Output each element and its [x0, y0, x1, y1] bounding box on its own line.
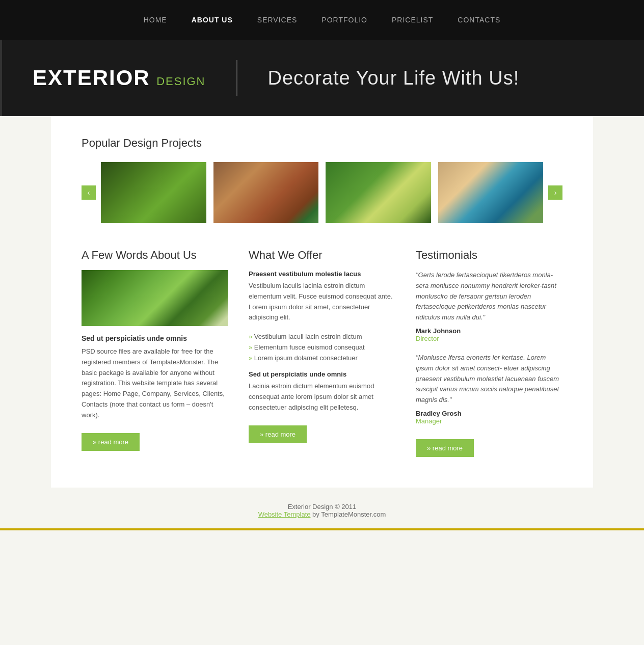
offer-list-item: Elementum fusce euismod consequat [249, 342, 395, 353]
offer-section2-text: Lacinia estroin dictum elementum euismod… [249, 381, 395, 413]
brand-logo: EXTERIOR DESIGN [33, 66, 206, 90]
nav-about[interactable]: ABOUT US [192, 16, 233, 24]
nav-contacts[interactable]: CONTACTS [458, 16, 500, 24]
footer: Exterior Design © 2011 Website Template … [0, 488, 644, 528]
project-image-2[interactable] [213, 162, 319, 223]
offer-intro-bold: Praesent vestibulum molestie lacus [249, 270, 395, 278]
project-image-3[interactable] [326, 162, 431, 223]
nav-home[interactable]: HOME [144, 16, 167, 24]
footer-template-link[interactable]: Website Template [258, 510, 311, 518]
testimonial-1-role: Director [416, 335, 562, 342]
offer-section2-title: Sed ut perspiciatis unde omnis [249, 370, 395, 378]
offer-list-item: Lorem ipsum dolamet consectetuer [249, 353, 395, 363]
about-subtitle: Sed ut perspiciatis unde omnis [82, 334, 228, 342]
carousel-next[interactable]: › [548, 185, 562, 200]
offer-list: Vestibulum iaculi lacin estroin dictum E… [249, 331, 395, 363]
testimonials-title: Testimonials [416, 249, 562, 262]
hero-tagline: Decorate Your Life With Us! [268, 67, 520, 89]
offer-intro-text: Vestibulum iaculis lacinia estroin dictu… [249, 281, 395, 323]
about-image [82, 270, 228, 326]
testimonial-2: "Monlusce lfersa eronerts ler kertase. L… [416, 353, 562, 425]
testimonial-1: "Gerts lerode fertasecioquet tikertderos… [416, 270, 562, 342]
about-column: A Few Words About Us Sed ut perspiciatis… [82, 249, 228, 451]
about-read-more[interactable]: » read more [82, 433, 140, 451]
hero-divider [236, 60, 237, 96]
projects-carousel: ‹ › [82, 162, 562, 223]
bottom-accent-bar [0, 528, 644, 530]
carousel-images [101, 162, 543, 223]
testimonial-1-quote: "Gerts lerode fertasecioquet tikertderos… [416, 270, 562, 323]
main-nav: HOME ABOUT US SERVICES PORTFOLIO PRICELI… [0, 0, 644, 40]
offer-title: What We Offer [249, 249, 395, 262]
main-content: Popular Design Projects ‹ › A Few Words … [51, 116, 593, 488]
projects-title: Popular Design Projects [82, 137, 562, 150]
project-image-4[interactable] [438, 162, 544, 223]
nav-services[interactable]: SERVICES [257, 16, 298, 24]
carousel-prev[interactable]: ‹ [82, 185, 96, 200]
about-title: A Few Words About Us [82, 249, 228, 262]
testimonial-2-quote: "Monlusce lfersa eronerts ler kertase. L… [416, 353, 562, 406]
testimonial-2-name: Bradley Grosh [416, 410, 562, 417]
offer-column: What We Offer Praesent vestibulum molest… [249, 249, 395, 443]
three-columns: A Few Words About Us Sed ut perspiciatis… [82, 249, 562, 457]
testimonial-1-name: Mark Johnson [416, 327, 562, 335]
nav-portfolio[interactable]: PORTFOLIO [321, 16, 367, 24]
project-image-1[interactable] [101, 162, 206, 223]
hero-section: EXTERIOR DESIGN Decorate Your Life With … [0, 40, 644, 116]
footer-copyright: Exterior Design © 2011 [0, 503, 644, 510]
testimonial-2-role: Manager [416, 417, 562, 425]
nav-pricelist[interactable]: PRICELIST [392, 16, 433, 24]
testimonials-read-more[interactable]: » read more [416, 439, 474, 457]
testimonials-column: Testimonials "Gerts lerode fertasecioque… [416, 249, 562, 457]
offer-list-item: Vestibulum iaculi lacin estroin dictum [249, 331, 395, 342]
brand-sub: DESIGN [156, 75, 205, 88]
about-body: PSD source files are available for free … [82, 346, 228, 421]
brand-main: EXTERIOR [33, 66, 150, 90]
offer-read-more[interactable]: » read more [249, 425, 307, 443]
footer-link-suffix: by TemplateMonster.com [310, 510, 386, 518]
